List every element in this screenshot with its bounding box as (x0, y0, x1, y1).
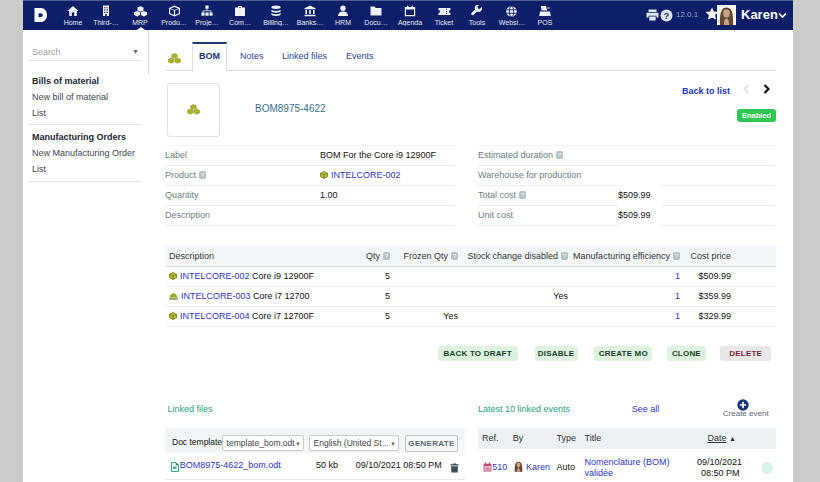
svg-text:?: ? (663, 9, 669, 20)
